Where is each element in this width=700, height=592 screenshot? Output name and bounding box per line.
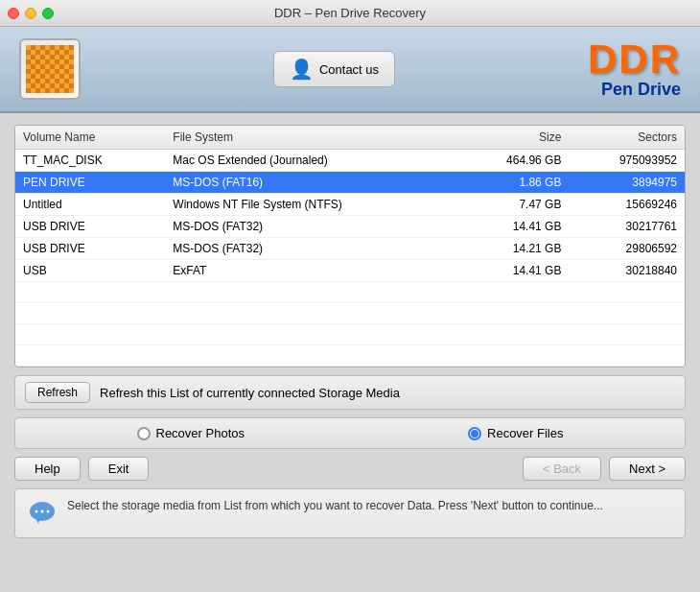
cell-sectors: 30217761 [569,216,685,238]
cell-volume: USB DRIVE [15,216,165,238]
main-content: Volume Name File System Size Sectors TT_… [0,113,700,546]
cell-fs: MS-DOS (FAT16) [165,172,457,194]
cell-fs: ExFAT [165,260,457,282]
cell-size: 1.86 GB [457,172,569,194]
table-row-empty [15,345,685,367]
maximize-button[interactable] [42,8,54,19]
refresh-button[interactable]: Refresh [25,382,90,403]
table-row[interactable]: USB DRIVEMS-DOS (FAT32)14.41 GB30217761 [15,216,685,238]
cell-volume: USB DRIVE [15,238,165,260]
table-row-empty [15,303,685,324]
drive-table-container: Volume Name File System Size Sectors TT_… [14,125,686,367]
contact-button-label: Contact us [319,62,379,77]
back-button[interactable]: < Back [523,457,601,481]
cell-sectors: 15669246 [569,194,685,216]
col-size: Size [457,126,569,150]
cell-sectors: 3894975 [569,172,685,194]
logo-checkerboard-icon [26,45,74,93]
header: 👤 Contact us DDR Pen Drive [0,27,700,113]
ddr-logo: DDR Pen Drive [588,39,681,100]
contact-icon: 👤 [290,58,314,81]
drive-table: Volume Name File System Size Sectors TT_… [15,126,685,367]
minimize-button[interactable] [25,8,36,19]
cell-size: 14.41 GB [457,216,569,238]
svg-point-4 [47,510,50,513]
cell-size: 14.41 GB [457,260,569,282]
cell-fs: Windows NT File System (NTFS) [165,194,457,216]
col-file-system: File System [165,126,457,150]
cell-fs: Mac OS Extended (Journaled) [165,150,457,172]
recover-photos-option[interactable]: Recover Photos [137,426,245,440]
close-button[interactable] [8,8,19,19]
speech-bubble-icon [27,499,58,530]
exit-button[interactable]: Exit [88,457,150,481]
table-row[interactable]: USB DRIVEMS-DOS (FAT32)14.21 GB29806592 [15,238,685,260]
recover-photos-radio[interactable] [137,427,151,440]
traffic-lights [8,8,54,19]
recover-files-radio[interactable] [468,427,481,440]
app-logo [19,38,81,100]
bottom-buttons: Help Exit < Back Next > [14,457,686,481]
cell-sectors: 975093952 [569,150,685,172]
contact-button[interactable]: 👤 Contact us [273,51,395,87]
recover-files-label: Recover Files [487,426,563,440]
svg-point-3 [41,510,44,513]
refresh-bar: Refresh Refresh this List of currently c… [14,375,686,410]
help-button[interactable]: Help [14,457,81,481]
table-row[interactable]: USBExFAT14.41 GB30218840 [15,260,685,282]
status-bar: Select the storage media from List from … [14,488,686,538]
cell-volume: PEN DRIVE [15,172,165,194]
cell-sectors: 29806592 [569,238,685,260]
cell-size: 14.21 GB [457,238,569,260]
recover-files-option[interactable]: Recover Files [468,426,563,440]
cell-fs: MS-DOS (FAT32) [165,238,457,260]
col-sectors: Sectors [569,126,685,150]
cell-size: 7.47 GB [457,194,569,216]
titlebar: DDR – Pen Drive Recovery [0,0,700,27]
table-header-row: Volume Name File System Size Sectors [15,126,685,150]
window-title: DDR – Pen Drive Recovery [274,6,426,20]
status-message: Select the storage media from List from … [67,497,603,514]
table-row[interactable]: UntitledWindows NT File System (NTFS)7.4… [15,194,685,216]
next-button[interactable]: Next > [609,457,686,481]
table-row-empty [15,282,685,303]
col-volume-name: Volume Name [15,126,165,150]
ddr-text: DDR [588,39,681,80]
svg-point-2 [35,510,38,513]
pen-drive-text: Pen Drive [588,80,681,100]
table-row[interactable]: TT_MAC_DISKMac OS Extended (Journaled)46… [15,150,685,172]
recover-photos-label: Recover Photos [156,426,245,440]
cell-volume: Untitled [15,194,165,216]
cell-volume: TT_MAC_DISK [15,150,165,172]
cell-sectors: 30218840 [569,260,685,282]
cell-size: 464.96 GB [457,150,569,172]
recovery-options-bar: Recover Photos Recover Files [14,417,686,449]
refresh-description: Refresh this List of currently connected… [100,386,400,400]
cell-volume: USB [15,260,165,282]
cell-fs: MS-DOS (FAT32) [165,216,457,238]
table-row-empty [15,324,685,345]
table-row[interactable]: PEN DRIVEMS-DOS (FAT16)1.86 GB3894975 [15,172,685,194]
